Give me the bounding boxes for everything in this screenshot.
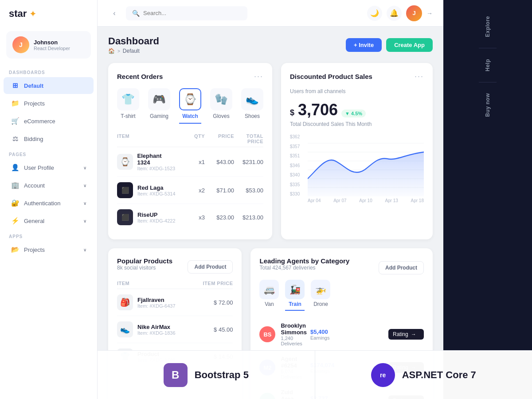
tab-train[interactable]: 🚂 Train [285,280,305,311]
agent-avatar: BS [259,326,275,342]
chart-y-label: $362 [290,134,300,139]
chart-y-axis: $362 $357 $351 $346 $340 $335 $330 [290,134,300,196]
more-options-icon[interactable]: ··· [415,72,424,81]
buy-now-button[interactable]: Buy now [480,86,495,124]
chevron-down-icon: ∨ [83,219,86,223]
sidebar-item-general[interactable]: ⚡ General ∨ [4,212,94,229]
invite-button[interactable]: + Invite [346,38,382,52]
user-profile-card[interactable]: J Johnson React Developer [6,31,91,59]
discount-value-display: $ 3,706 ▼ 4.5% [290,101,424,119]
user-info: Johnson React Developer [34,39,70,51]
product-details: Nike AirMax Item: #XDG-1836 [137,324,176,336]
sidebar-item-apps-projects[interactable]: 📂 Projects ∨ [4,241,94,258]
sidebar-item-ecommerce[interactable]: 🛒 eCommerce [4,113,94,129]
breadcrumb: 🏠 > Default [108,48,159,54]
sidebar: star ✦ J Johnson React Developer DASHBOA… [0,0,98,399]
help-button[interactable]: Help [480,52,495,78]
order-qty: x1 [176,159,205,165]
order-price: $71.00 [205,187,234,194]
panel-divider [479,82,497,82]
header-buttons: + Invite Create App [346,38,433,52]
logo-star: ✦ [29,8,37,19]
order-item-details: Red Laga Item: #XDG-5314 [137,184,176,196]
tab-drone[interactable]: 🚁 Drone [311,280,330,311]
sidebar-item-projects[interactable]: 📁 Projects [4,95,94,112]
theme-toggle-button[interactable]: 🌙 [367,6,382,21]
agent-name: Brooklyn Simmons [281,322,307,336]
sidebar-item-user-profile[interactable]: 👤 User Profile ∨ [4,159,94,176]
order-price: $23.00 [205,214,234,221]
order-qty: x2 [176,187,205,194]
overlay-bar: B Bootstrap 5 re ASP.NET Core 7 [98,350,532,399]
collapse-button[interactable]: ‹ [108,7,121,20]
tab-watch-label: Watch [182,113,198,119]
topbar-arrow-icon[interactable]: → [426,10,433,17]
shoes-icon: 👟 [241,88,263,110]
order-item-info: ⬛ RiseUP Item: #XDG-4222 [117,209,176,225]
product-table-header: ITEM ITEM PRICE [117,278,233,289]
tab-gaming[interactable]: 🎮 Gaming [148,88,170,124]
sidebar-item-label: User Profile [24,164,54,171]
sidebar-item-label: Bidding [24,136,43,142]
bootstrap-label: Bootstrap 5 [195,369,249,381]
search-input[interactable] [143,10,241,16]
page-title-area: Dashboard 🏠 > Default [108,35,159,54]
order-item-name: Elephant 1324 [137,153,176,166]
discounted-sales-header: Discounted Product Sales ··· [290,72,424,81]
user-role: React Developer [34,46,70,51]
sidebar-item-authentication[interactable]: 🔐 Authentication ∨ [4,195,94,211]
order-price: $43.00 [205,159,234,165]
agents-add-product-button[interactable]: Add Product [379,261,424,274]
more-options-icon[interactable]: ··· [254,72,263,81]
tab-tshirt-label: T-shirt [121,113,135,119]
tab-shoes[interactable]: 👟 Shoes [241,88,263,124]
product-sku: Item: #XDG-1836 [137,330,176,336]
tab-tshirt[interactable]: 👕 T-shirt [117,88,139,124]
agent-earnings-cell: $5,400 Earnings [310,329,346,340]
right-panel: Explore Help Buy now [443,0,532,399]
order-total: $231.00 [234,159,263,165]
topbar-avatar[interactable]: J [406,5,422,21]
product-price: $ 45.00 [194,326,233,333]
order-item-name: Red Laga [137,184,176,191]
chart-y-label: $346 [290,163,300,168]
order-item-details: RiseUP Item: #XDG-4222 [137,211,176,223]
order-item-info: ⬛ Red Laga Item: #XDG-5314 [117,182,176,198]
sidebar-item-bidding[interactable]: ⚖ Bidding [4,130,94,147]
agent-rating-button[interactable]: Rating → [388,329,424,340]
product-image: ⬛ [117,182,133,198]
sidebar-item-default[interactable]: ⊞ Default [4,77,94,94]
tab-van[interactable]: 🚐 Van [259,280,279,311]
tab-train-label: Train [289,301,301,307]
order-item-sku: Item: #XDG-4222 [137,218,176,223]
explore-button[interactable]: Explore [480,9,495,44]
sidebar-item-account[interactable]: 🏢 Account ∨ [4,177,94,194]
col-qty: QTY [176,133,205,144]
order-total: $213.00 [234,214,263,221]
product-name: Fjallraven [137,297,176,303]
main-area: ‹ 🔍 🌙 🔔 J → Dashboard 🏠 > Default [98,0,443,399]
col-item: ITEM [117,281,194,286]
product-image: ⬛ [117,209,133,225]
panel-divider [479,48,497,48]
grid-icon: ⊞ [11,81,20,90]
order-qty: x3 [176,214,205,221]
aspnet-icon: re [371,363,395,387]
discounted-sales-card: Discounted Product Sales ··· Users from … [281,63,433,239]
col-price: PRICE [205,133,234,144]
content-area: Dashboard 🏠 > Default + Invite Create Ap… [98,27,443,399]
tab-gloves[interactable]: 🧤 Gloves [210,88,232,124]
drone-icon: 🚁 [311,280,330,299]
pages-section-label: PAGES [0,148,97,159]
popular-products-title: Popular Products [117,257,172,265]
create-app-button[interactable]: Create App [386,38,433,52]
product-price: $ 72.00 [194,299,233,306]
sidebar-item-label: Account [24,182,45,189]
order-total: $53.00 [234,187,263,194]
notification-button[interactable]: 🔔 [387,6,402,21]
order-row: ⬛ RiseUP Item: #XDG-4222 x3 $23.00 $213.… [117,204,263,231]
tab-watch[interactable]: ⌚ Watch [179,88,201,124]
add-product-button[interactable]: Add Product [188,260,233,274]
aspnet-item: re ASP.NET Core 7 [315,351,532,399]
currency-symbol: $ [290,108,294,117]
